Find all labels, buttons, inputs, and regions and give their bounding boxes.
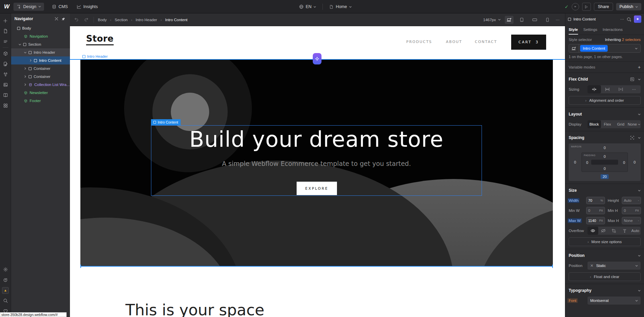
display-none-option[interactable]: None (628, 120, 641, 128)
font-dropdown[interactable]: Montserrat (588, 297, 641, 305)
chevron-expanded-icon[interactable] (18, 44, 21, 45)
nav-link-contact[interactable]: CONTACT (475, 40, 497, 44)
tab-interactions[interactable]: Interactions (603, 25, 622, 35)
cms-button[interactable]: CMS (49, 3, 71, 11)
padding-bottom-value[interactable]: 0 (604, 167, 606, 171)
clear-icon[interactable]: ✕ (590, 263, 594, 268)
chevron-down-icon[interactable] (638, 137, 641, 139)
overflow-scroll-option[interactable] (619, 227, 630, 235)
pin-icon[interactable] (60, 17, 67, 21)
overflow-hidden-option[interactable] (598, 227, 609, 235)
chevron-collapsed-icon[interactable] (29, 59, 32, 62)
tree-item-intro-content[interactable]: Intro Content (11, 56, 70, 64)
chevron-collapsed-icon[interactable] (24, 67, 27, 70)
libraries-button[interactable] (0, 90, 11, 100)
tree-item-collection-list[interactable]: Collection List Wra... (11, 81, 70, 89)
chevron-down-icon[interactable] (638, 190, 641, 191)
cart-button[interactable]: CART 3 (511, 35, 546, 50)
add-section-handle[interactable] (313, 53, 321, 64)
min-h-input[interactable]: 0PX (622, 207, 641, 214)
margin-bottom-value[interactable]: 20 (601, 174, 609, 179)
close-icon[interactable] (53, 17, 60, 20)
tree-item-body[interactable]: Body (11, 24, 70, 32)
create-component-icon[interactable] (627, 17, 632, 22)
nav-link-about[interactable]: ABOUT (446, 40, 462, 44)
tree-item-navigation[interactable]: Navigation (11, 32, 70, 40)
assets-button[interactable] (0, 80, 11, 90)
overflow-clip-option[interactable] (609, 227, 619, 235)
preview-button[interactable] (582, 3, 591, 11)
breadcrumb-item[interactable]: Intro Header (136, 18, 157, 22)
tab-style[interactable]: Style (569, 25, 578, 35)
margin-top-value[interactable]: 0 (604, 146, 606, 150)
display-block-option[interactable]: Block (588, 120, 601, 128)
apps-button[interactable] (0, 100, 11, 111)
spacing-mode-icon[interactable] (630, 135, 635, 140)
chevron-down-icon[interactable] (638, 255, 641, 257)
sizing-none-option[interactable] (614, 85, 628, 93)
components-button[interactable] (0, 48, 11, 59)
tree-item-container-2[interactable]: Container (11, 73, 70, 81)
navigator-button[interactable] (0, 36, 11, 47)
alignment-order-expander[interactable]: › Alignment and order (569, 96, 641, 105)
more-breakpoints-button[interactable]: ⋯ (556, 17, 560, 22)
sizing-shrink-option[interactable] (588, 85, 601, 93)
chevron-down-icon[interactable] (638, 114, 641, 115)
upgrade-button[interactable]: ▲ (0, 285, 11, 296)
float-clear-expander[interactable]: › Float and clear (569, 272, 641, 281)
webflow-logo-icon[interactable]: W (0, 3, 13, 10)
add-variable-mode-button[interactable]: + (638, 64, 641, 70)
chevron-expanded-icon[interactable] (24, 52, 27, 53)
breakpoint-tablet-button[interactable] (518, 16, 526, 24)
breakpoint-mobile-portrait-button[interactable] (543, 16, 552, 24)
tree-item-section[interactable]: Section (11, 40, 70, 48)
help-button[interactable] (0, 275, 11, 285)
selection-tag-intro-content[interactable]: Intro Content (151, 119, 181, 125)
undo-icon[interactable] (74, 17, 79, 22)
more-size-options-expander[interactable]: › More size options (569, 237, 641, 246)
publish-button[interactable]: Publish (616, 3, 641, 10)
breakpoint-mobile-landscape-button[interactable] (530, 16, 539, 24)
more-options-button[interactable]: ⋯ (620, 17, 624, 21)
comments-button[interactable] (572, 3, 579, 10)
padding-right-value[interactable]: 0 (623, 161, 625, 165)
tree-item-intro-header[interactable]: Intro Header (11, 48, 70, 56)
chevron-down-icon[interactable] (635, 48, 638, 49)
min-w-input[interactable]: 0PX (586, 207, 605, 214)
locale-switcher[interactable]: EN (296, 3, 319, 11)
chevron-down-icon[interactable] (638, 290, 641, 291)
class-token[interactable]: Intro Content (580, 45, 608, 52)
breadcrumb-item-current[interactable]: Intro Content (165, 18, 187, 22)
overflow-auto-option[interactable]: Auto (630, 227, 641, 235)
inherit-count-link[interactable]: 2 selectors (622, 38, 641, 42)
tree-item-container-1[interactable]: Container (11, 64, 70, 73)
width-input[interactable]: 70% (586, 197, 605, 204)
tab-settings[interactable]: Settings (583, 25, 598, 35)
site-brand-link[interactable]: Store (86, 34, 114, 45)
margin-left-value[interactable]: 0 (574, 160, 576, 164)
style-manager-button[interactable] (0, 59, 11, 69)
add-elements-button[interactable] (0, 15, 11, 26)
height-input[interactable]: Auto- (622, 197, 641, 204)
section-label-intro-header[interactable]: Intro Header (82, 54, 108, 58)
redo-icon[interactable] (84, 17, 89, 22)
settings-button[interactable] (0, 264, 11, 275)
breakpoint-desktop-button[interactable] (505, 16, 514, 24)
breadcrumb-item[interactable]: Body (98, 18, 107, 22)
padding-left-value[interactable]: 0 (586, 161, 588, 165)
tree-item-footer[interactable]: Footer (11, 97, 70, 105)
position-dropdown[interactable]: ✕ Static (588, 262, 641, 270)
page-switcher[interactable]: Home (326, 3, 354, 11)
class-selector-input[interactable]: Intro Content (569, 44, 641, 53)
viewport-width-dropdown[interactable]: 1467px (483, 18, 501, 22)
share-button[interactable]: Share (594, 3, 613, 11)
margin-right-value[interactable]: 0 (634, 160, 636, 164)
flex-child-reset-icon[interactable] (630, 77, 635, 82)
padding-top-value[interactable]: 0 (604, 154, 606, 158)
ai-assistant-button[interactable]: ✦ (634, 15, 641, 23)
max-w-input[interactable]: 1140PX (586, 217, 605, 224)
pages-button[interactable] (0, 26, 11, 36)
display-grid-option[interactable]: Grid (614, 120, 628, 128)
chevron-collapsed-icon[interactable] (24, 75, 27, 78)
tree-item-newsletter[interactable]: Newsletter (11, 89, 70, 97)
